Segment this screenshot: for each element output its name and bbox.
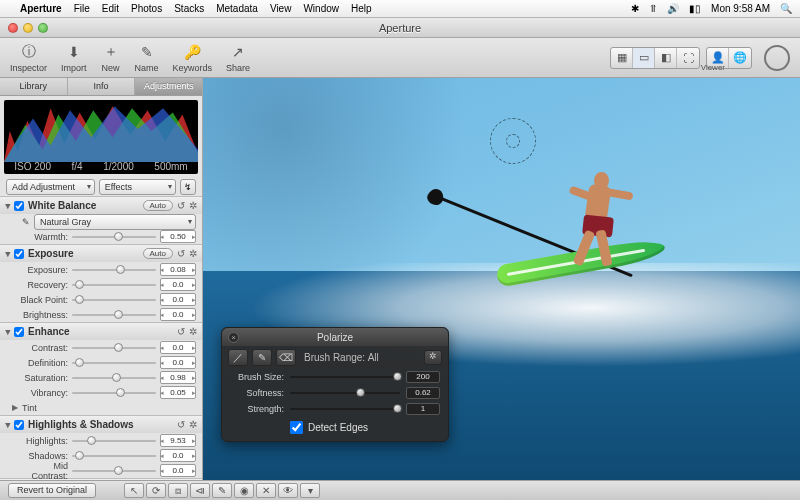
- menu-help[interactable]: Help: [351, 3, 372, 14]
- effects-dropdown[interactable]: Effects: [99, 179, 176, 195]
- eyedropper-icon[interactable]: ✎: [18, 217, 30, 227]
- menu-window[interactable]: Window: [303, 3, 339, 14]
- polarize-hud[interactable]: × Polarize ／ ✎ ⌫ Brush Range: All ✲ Brus…: [221, 327, 449, 442]
- viewer[interactable]: × Polarize ／ ✎ ⌫ Brush Range: All ✲ Brus…: [203, 78, 800, 480]
- detect-edges-checkbox[interactable]: [290, 421, 303, 434]
- exposure-value[interactable]: 0.08: [160, 263, 196, 276]
- brush-size-slider[interactable]: [290, 372, 400, 382]
- brush-tool-icon[interactable]: ✎: [212, 483, 232, 498]
- wifi-icon[interactable]: ⥣: [649, 3, 657, 14]
- highlights-checkbox[interactable]: [14, 420, 24, 430]
- white-balance-checkbox[interactable]: [14, 201, 24, 211]
- panel-gear-icon[interactable]: ✲: [189, 248, 197, 259]
- strength-value[interactable]: 1: [406, 403, 440, 415]
- disclosure-triangle-icon[interactable]: ▶: [4, 251, 12, 256]
- tint-disclosure[interactable]: ▶: [12, 403, 18, 412]
- bluetooth-icon[interactable]: ✱: [631, 3, 639, 14]
- softness-value[interactable]: 0.62: [406, 387, 440, 399]
- spotlight-icon[interactable]: 🔍: [780, 3, 792, 14]
- enhance-checkbox[interactable]: [14, 327, 24, 337]
- hud-gear-icon[interactable]: ✲: [424, 350, 442, 365]
- more-tool-icon[interactable]: ▾: [300, 483, 320, 498]
- disclosure-triangle-icon[interactable]: ▶: [4, 329, 12, 334]
- reset-icon[interactable]: ↺: [177, 326, 185, 337]
- zoom-button[interactable]: [38, 23, 48, 33]
- brush-feather-icon[interactable]: ✎: [252, 349, 272, 366]
- clock[interactable]: Mon 9:58 AM: [711, 3, 770, 14]
- view-mode-segmented[interactable]: ▦ ▭ ◧ ⛶: [610, 47, 700, 69]
- rotate-tool-icon[interactable]: ⟳: [146, 483, 166, 498]
- add-adjustment-dropdown[interactable]: Add Adjustment: [6, 179, 95, 195]
- tab-library[interactable]: Library: [0, 78, 68, 95]
- brush-erase-icon[interactable]: ⌫: [276, 349, 296, 366]
- contrast-slider[interactable]: [72, 342, 156, 353]
- brush-size-value[interactable]: 200: [406, 371, 440, 383]
- exposure-slider[interactable]: [72, 264, 156, 275]
- keywords-button[interactable]: 🔑Keywords: [173, 42, 213, 73]
- menu-file[interactable]: File: [74, 3, 90, 14]
- disclosure-triangle-icon[interactable]: ▶: [4, 203, 12, 208]
- reset-icon[interactable]: ↺: [177, 248, 185, 259]
- white-balance-auto-button[interactable]: Auto: [143, 200, 173, 211]
- definition-slider[interactable]: [72, 357, 156, 368]
- hud-close-button[interactable]: ×: [228, 332, 239, 343]
- patch-tool-icon[interactable]: ✕: [256, 483, 276, 498]
- menu-edit[interactable]: Edit: [102, 3, 119, 14]
- brush-add-icon[interactable]: ／: [228, 349, 248, 366]
- warmth-value[interactable]: 0.50: [160, 230, 196, 243]
- highlights-slider[interactable]: [72, 435, 156, 446]
- inspector-button[interactable]: ⓘInspector: [10, 42, 47, 73]
- brightness-value[interactable]: 0.0: [160, 308, 196, 321]
- name-button[interactable]: ✎Name: [135, 42, 159, 73]
- panel-gear-icon[interactable]: ✲: [189, 200, 197, 211]
- tab-adjustments[interactable]: Adjustments: [135, 78, 202, 95]
- redeye-tool-icon[interactable]: ◉: [234, 483, 254, 498]
- menu-photos[interactable]: Photos: [131, 3, 162, 14]
- menu-stacks[interactable]: Stacks: [174, 3, 204, 14]
- contrast-value[interactable]: 0.0: [160, 341, 196, 354]
- app-menu[interactable]: Aperture: [20, 3, 62, 14]
- midcontrast-value[interactable]: 0.0: [160, 464, 196, 477]
- exposure-auto-button[interactable]: Auto: [143, 248, 173, 259]
- definition-value[interactable]: 0.0: [160, 356, 196, 369]
- fullscreen-icon[interactable]: ⛶: [677, 48, 699, 68]
- panel-gear-icon[interactable]: ✲: [189, 326, 197, 337]
- softness-slider[interactable]: [290, 388, 400, 398]
- reset-icon[interactable]: ↺: [177, 200, 185, 211]
- recovery-value[interactable]: 0.0: [160, 278, 196, 291]
- vibrancy-slider[interactable]: [72, 387, 156, 398]
- adjustments-gear-icon[interactable]: ↯: [180, 179, 196, 195]
- grid-view-icon[interactable]: ▦: [611, 48, 633, 68]
- arrow-tool-icon[interactable]: ↖: [124, 483, 144, 498]
- straighten-tool-icon[interactable]: ⧏: [190, 483, 210, 498]
- revert-button[interactable]: Revert to Original: [8, 483, 96, 498]
- adjustments-scroll[interactable]: ▶White BalanceAuto↺✲ ✎Natural Gray Warmt…: [0, 196, 202, 480]
- vibrancy-value[interactable]: 0.05: [160, 386, 196, 399]
- import-button[interactable]: ⬇Import: [61, 42, 87, 73]
- exposure-checkbox[interactable]: [14, 249, 24, 259]
- viewer-mode-icon[interactable]: ▭: [633, 48, 655, 68]
- saturation-value[interactable]: 0.98: [160, 371, 196, 384]
- battery-icon[interactable]: ▮▯: [689, 3, 701, 14]
- shadows-slider[interactable]: [72, 450, 156, 461]
- new-button[interactable]: ＋New: [101, 42, 121, 73]
- reset-icon[interactable]: ↺: [177, 419, 185, 430]
- globe-icon[interactable]: 🌐: [729, 48, 751, 68]
- saturation-slider[interactable]: [72, 372, 156, 383]
- warmth-slider[interactable]: [72, 231, 156, 242]
- disclosure-triangle-icon[interactable]: ▶: [4, 422, 12, 427]
- menu-view[interactable]: View: [270, 3, 292, 14]
- split-view-icon[interactable]: ◧: [655, 48, 677, 68]
- loupe-button[interactable]: [764, 45, 790, 71]
- volume-icon[interactable]: 🔊: [667, 3, 679, 14]
- crop-tool-icon[interactable]: ⧈: [168, 483, 188, 498]
- blackpoint-slider[interactable]: [72, 294, 156, 305]
- minimize-button[interactable]: [23, 23, 33, 33]
- view-tool-icon[interactable]: 👁: [278, 483, 298, 498]
- recovery-slider[interactable]: [72, 279, 156, 290]
- share-button[interactable]: ↗Share: [226, 42, 250, 73]
- white-balance-preset-dropdown[interactable]: Natural Gray: [34, 214, 196, 230]
- midcontrast-slider[interactable]: [72, 465, 156, 476]
- blackpoint-value[interactable]: 0.0: [160, 293, 196, 306]
- strength-slider[interactable]: [290, 404, 400, 414]
